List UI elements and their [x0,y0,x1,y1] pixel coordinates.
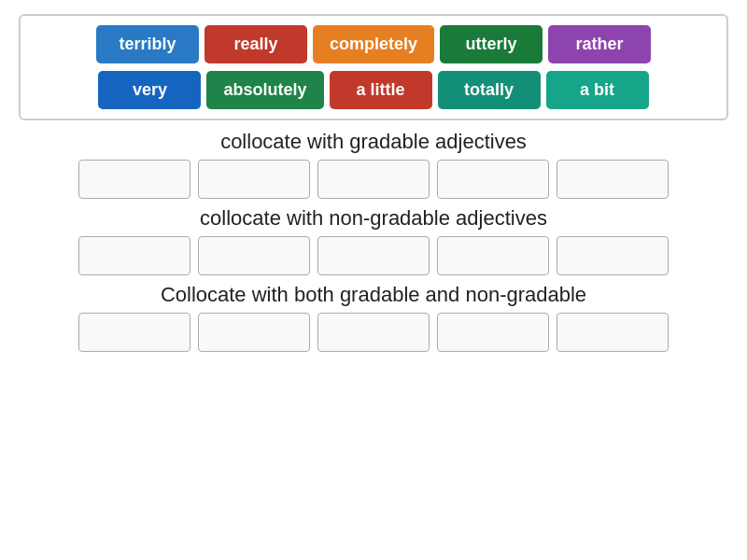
category-section-both: Collocate with both gradable and non-gra… [19,283,728,352]
chips-row-1: terriblyreallycompletelyutterlyrather [30,25,717,63]
chip-very[interactable]: very [98,71,201,109]
category-label-non_gradable: collocate with non-gradable adjectives [19,206,728,231]
drop-row-non_gradable [19,236,728,275]
drop-row-both [19,313,728,352]
chips-container: terriblyreallycompletelyutterlyrather ve… [19,14,728,120]
main-container: terriblyreallycompletelyutterlyrather ve… [0,0,747,560]
drop-box-both-3[interactable] [437,313,549,352]
chip-completely[interactable]: completely [313,25,434,63]
categories-container: collocate with gradable adjectivescolloc… [19,130,728,352]
category-section-non_gradable: collocate with non-gradable adjectives [19,206,728,275]
chip-a_bit[interactable]: a bit [546,71,649,109]
drop-box-both-2[interactable] [317,313,430,352]
drop-box-non_gradable-0[interactable] [78,236,190,275]
drop-box-non_gradable-1[interactable] [198,236,310,275]
drop-box-gradable-2[interactable] [317,160,430,199]
drop-box-gradable-3[interactable] [437,160,549,199]
drop-box-both-4[interactable] [557,313,669,352]
drop-box-gradable-0[interactable] [78,160,190,199]
drop-box-gradable-1[interactable] [198,160,310,199]
chip-a_little[interactable]: a little [330,71,432,109]
chip-rather[interactable]: rather [548,25,651,63]
drop-row-gradable [19,160,728,199]
drop-box-non_gradable-3[interactable] [437,236,549,275]
chip-totally[interactable]: totally [438,71,541,109]
chip-utterly[interactable]: utterly [440,25,543,63]
drop-box-both-0[interactable] [78,313,190,352]
category-label-both: Collocate with both gradable and non-gra… [19,283,728,307]
category-section-gradable: collocate with gradable adjectives [19,130,728,199]
drop-box-non_gradable-2[interactable] [317,236,430,275]
chips-row-2: veryabsolutelya littletotallya bit [30,71,717,109]
drop-box-both-1[interactable] [198,313,310,352]
drop-box-gradable-4[interactable] [557,160,669,199]
chip-terribly[interactable]: terribly [96,25,199,63]
chip-absolutely[interactable]: absolutely [206,71,323,109]
chip-really[interactable]: really [204,25,307,63]
category-label-gradable: collocate with gradable adjectives [19,130,728,154]
drop-box-non_gradable-4[interactable] [557,236,669,275]
